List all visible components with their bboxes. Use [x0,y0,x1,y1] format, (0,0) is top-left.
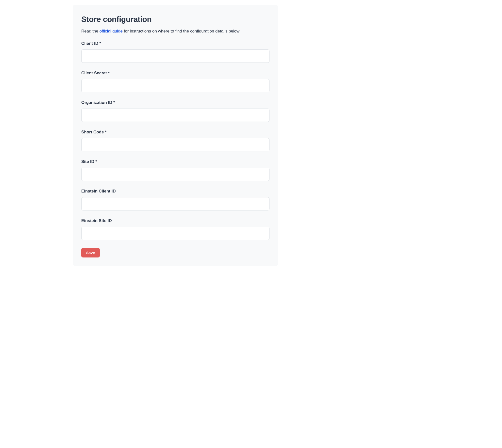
organization-id-label: Organization ID * [81,100,269,105]
client-secret-input[interactable] [81,79,269,92]
intro-after: for instructions on where to find the co… [123,29,240,33]
einstein-client-id-label: Einstein Client ID [81,189,269,194]
intro-text: Read the official guide for instructions… [81,28,269,34]
client-id-label: Client ID * [81,41,269,46]
einstein-site-id-label: Einstein Site ID [81,218,269,223]
organization-id-input[interactable] [81,109,269,122]
intro-before: Read the [81,29,100,33]
einstein-site-id-input[interactable] [81,227,269,240]
short-code-label: Short Code * [81,130,269,135]
page-title: Store configuration [81,15,269,24]
einstein-client-id-input[interactable] [81,197,269,210]
store-configuration-card: Store configuration Read the official gu… [73,5,278,266]
site-id-label: Site ID * [81,159,269,164]
official-guide-link[interactable]: official guide [100,29,123,33]
client-secret-label: Client Secret * [81,71,269,76]
short-code-input[interactable] [81,138,269,151]
client-id-input[interactable] [81,49,269,63]
save-button[interactable]: Save [81,248,100,257]
site-id-input[interactable] [81,168,269,181]
